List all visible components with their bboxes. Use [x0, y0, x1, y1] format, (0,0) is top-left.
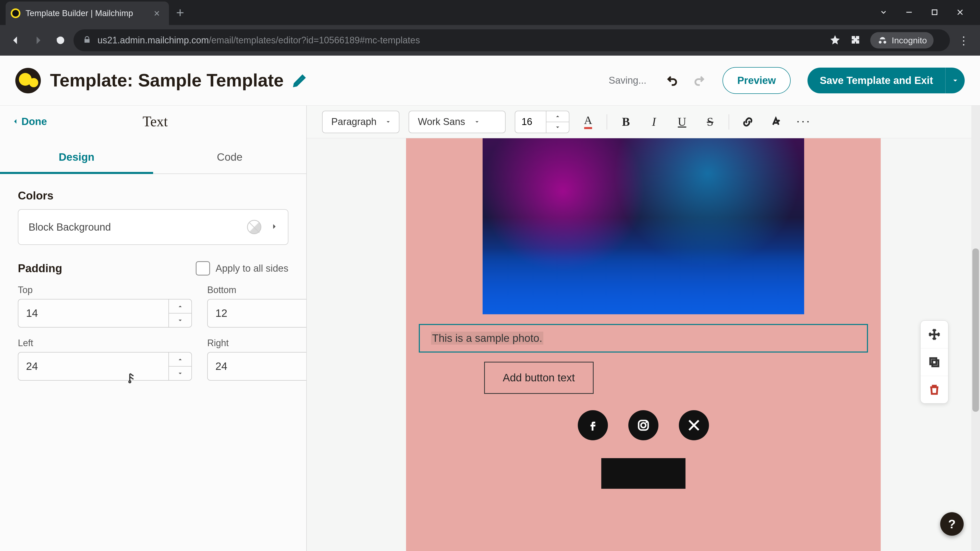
undo-icon[interactable]: [663, 72, 681, 89]
richtext-toolbar: Paragraph Work Sans A B I: [307, 106, 980, 138]
forward-icon[interactable]: [29, 31, 48, 50]
padding-bottom-input[interactable]: [208, 300, 306, 327]
edit-name-icon[interactable]: [293, 74, 307, 87]
delete-block-icon[interactable]: [921, 376, 948, 403]
canvas-scroll[interactable]: This is a sample photo. Add button text: [307, 138, 980, 551]
apply-all-label: Apply to all sides: [216, 263, 288, 274]
font-size-down-icon[interactable]: [546, 122, 569, 133]
padding-left-label: Left: [18, 338, 192, 348]
text-color-icon[interactable]: A: [579, 113, 597, 131]
instagram-icon[interactable]: [628, 410, 659, 440]
browser-toolbar: us21.admin.mailchimp.com/email/templates…: [0, 25, 980, 56]
padding-left-field: Left: [18, 338, 192, 381]
url-text: us21.admin.mailchimp.com/email/templates…: [97, 35, 420, 46]
email-canvas[interactable]: This is a sample photo. Add button text: [406, 138, 881, 551]
hero-image[interactable]: [483, 138, 804, 314]
colors-heading: Colors: [18, 189, 288, 202]
underline-icon[interactable]: U: [673, 113, 691, 131]
save-status: Saving...: [609, 75, 646, 86]
close-tab-icon[interactable]: ×: [154, 8, 160, 19]
social-links: [483, 410, 804, 440]
block-bg-label: Block Background: [29, 221, 111, 233]
move-block-icon[interactable]: [921, 321, 948, 348]
redo-icon[interactable]: [690, 72, 708, 89]
svg-point-2: [641, 423, 646, 428]
maximize-icon[interactable]: [924, 5, 945, 20]
facebook-icon[interactable]: [578, 410, 608, 440]
browser-titlebar: Template Builder | Mailchimp × +: [0, 0, 980, 25]
svg-rect-5: [930, 358, 936, 364]
extensions-icon[interactable]: [850, 34, 861, 46]
padding-top-input[interactable]: [18, 300, 169, 327]
editor-area: Paragraph Work Sans A B I: [307, 106, 980, 551]
padding-right-input[interactable]: [208, 353, 306, 380]
padding-bottom-label: Bottom: [207, 285, 306, 295]
italic-icon[interactable]: I: [644, 113, 663, 131]
new-tab-button[interactable]: +: [176, 5, 184, 21]
padding-right-field: Right: [207, 338, 306, 381]
font-dropdown[interactable]: Work Sans: [409, 111, 506, 133]
toolbar-separator: [607, 114, 607, 130]
font-value: Work Sans: [418, 116, 465, 127]
browser-tab[interactable]: Template Builder | Mailchimp ×: [6, 2, 169, 25]
apply-all-checkbox[interactable]: [196, 261, 210, 275]
url-path: /email/templates/editor?id=10566189#mc-t…: [209, 35, 420, 45]
duplicate-block-icon[interactable]: [921, 348, 948, 376]
padding-top-step-down-icon[interactable]: [169, 313, 191, 327]
selected-text-block[interactable]: This is a sample photo.: [419, 324, 868, 353]
tab-title: Template Builder | Mailchimp: [25, 8, 133, 18]
svg-rect-4: [932, 360, 939, 366]
padding-left-step-up-icon[interactable]: [169, 353, 191, 367]
mailchimp-favicon: [11, 8, 21, 18]
workspace: Done Text Design Code Colors Block Backg…: [0, 106, 980, 551]
more-formatting-icon[interactable]: ···: [794, 113, 813, 131]
padding-top-label: Top: [18, 285, 192, 295]
button-block[interactable]: Add button text: [484, 362, 593, 394]
text-style-icon[interactable]: [767, 113, 785, 131]
chevron-right-icon: [270, 223, 278, 231]
browser-menu-icon[interactable]: ⋮: [953, 34, 974, 47]
font-size-input[interactable]: [515, 111, 546, 133]
incognito-badge[interactable]: Incognito: [870, 32, 934, 48]
save-template-caret-icon[interactable]: [945, 68, 965, 94]
tab-search-icon[interactable]: [873, 5, 894, 20]
x-twitter-icon[interactable]: [679, 410, 709, 440]
strikethrough-icon[interactable]: S: [700, 113, 719, 131]
reload-icon[interactable]: [51, 31, 70, 50]
scrollbar-thumb[interactable]: [972, 248, 979, 412]
padding-top-step-up-icon[interactable]: [169, 300, 191, 313]
mailchimp-logo[interactable]: [15, 68, 41, 94]
bookmark-icon[interactable]: [829, 34, 841, 46]
button-text[interactable]: Add button text: [503, 372, 575, 384]
font-size-up-icon[interactable]: [546, 111, 569, 122]
preview-button[interactable]: Preview: [722, 67, 791, 94]
close-window-icon[interactable]: [950, 5, 971, 20]
block-style-value: Paragraph: [331, 116, 376, 127]
url-host: us21.admin.mailchimp.com: [97, 35, 209, 45]
chevron-down-icon: [385, 119, 391, 125]
padding-left-step-down-icon[interactable]: [169, 367, 191, 380]
block-bg-swatch-icon: [247, 220, 261, 234]
incognito-label: Incognito: [892, 35, 927, 45]
vertical-scrollbar[interactable]: [971, 106, 980, 551]
minimize-icon[interactable]: [898, 5, 920, 20]
block-controls: [920, 321, 948, 403]
link-icon[interactable]: [738, 113, 757, 131]
logo-block[interactable]: [601, 458, 686, 489]
tab-design[interactable]: Design: [0, 142, 153, 174]
block-style-dropdown[interactable]: Paragraph: [322, 111, 399, 133]
tab-code[interactable]: Code: [153, 142, 306, 174]
padding-heading: Padding: [18, 262, 62, 275]
panel-tabs: Design Code: [0, 142, 306, 174]
help-button[interactable]: ?: [940, 512, 964, 536]
bold-icon[interactable]: B: [616, 113, 635, 131]
block-background-row[interactable]: Block Background: [18, 209, 288, 245]
svg-point-3: [646, 421, 647, 423]
padding-left-input[interactable]: [18, 353, 169, 380]
padding-bottom-field: Bottom: [207, 285, 306, 327]
back-icon[interactable]: [6, 31, 25, 50]
sample-text[interactable]: This is a sample photo.: [431, 332, 543, 345]
save-template-button[interactable]: Save Template and Exit: [808, 68, 945, 94]
address-bar[interactable]: us21.admin.mailchimp.com/email/templates…: [73, 29, 950, 51]
side-panel: Done Text Design Code Colors Block Backg…: [0, 106, 307, 551]
